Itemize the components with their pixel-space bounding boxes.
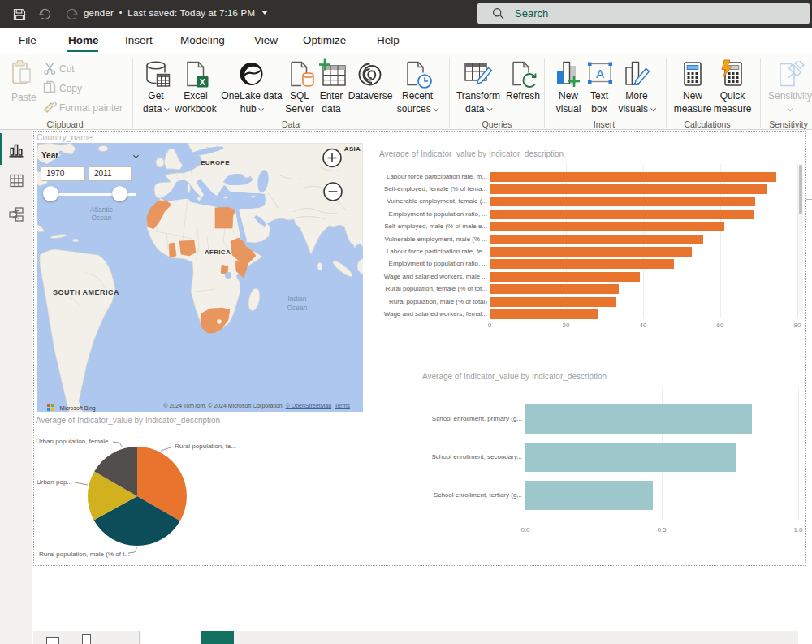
svg-text:Indian: Indian bbox=[287, 295, 306, 303]
svg-text:EUROPE: EUROPE bbox=[201, 159, 230, 166]
svg-text:ASIA: ASIA bbox=[344, 145, 361, 153]
svg-text:Atlantic: Atlantic bbox=[90, 205, 114, 214]
svg-text:SOUTH AMERICA: SOUTH AMERICA bbox=[53, 288, 119, 296]
svg-text:AFRICA: AFRICA bbox=[205, 249, 231, 256]
svg-text:Ocean: Ocean bbox=[287, 304, 307, 312]
svg-text:Ocean: Ocean bbox=[91, 214, 111, 222]
svg-text:A: A bbox=[596, 67, 604, 80]
svg-text:X: X bbox=[200, 77, 205, 87]
